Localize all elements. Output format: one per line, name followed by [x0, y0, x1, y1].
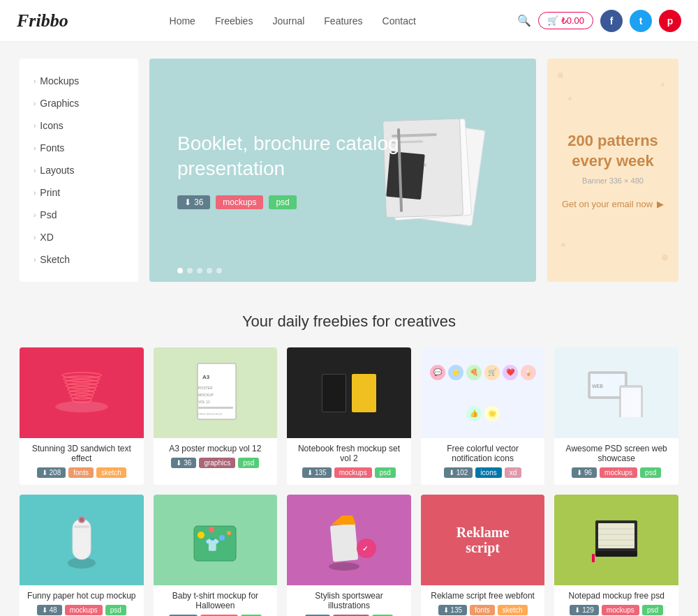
nav-contact[interactable]: Contact	[383, 15, 416, 27]
card-tag[interactable]: psd	[642, 605, 663, 615]
nav-journal[interactable]: Journal	[272, 15, 304, 27]
card-item[interactable]: Funny paper hot cup mockup ⬇ 48 mockupsp…	[20, 495, 144, 616]
card-item[interactable]: 💬 ⭐ 🍕 🛒 ❤️ 🍦 👍 🌟 Free colorful vector no…	[421, 347, 545, 485]
download-count-tag[interactable]: ⬇ 135	[302, 467, 331, 478]
site-logo[interactable]: Fribbo	[17, 10, 68, 31]
ad-title: 200 patterns every week	[558, 131, 667, 171]
svg-rect-42	[330, 524, 358, 562]
svg-rect-48	[598, 523, 634, 548]
hero-tag-psd[interactable]: psd	[269, 195, 296, 209]
sidebar-item-layouts[interactable]: › Layouts	[20, 159, 138, 181]
svg-text:WEB: WEB	[592, 384, 603, 389]
card-title: Free colorful vector notification icons	[428, 444, 538, 463]
svg-rect-47	[595, 551, 637, 557]
card-item[interactable]: Reklame script Reklame script free webfo…	[421, 495, 545, 616]
hero-tags: ⬇ 36 mockups psd	[177, 195, 508, 209]
arrow-icon: ›	[34, 77, 36, 85]
hero-tag-mockups[interactable]: mockups	[216, 195, 263, 209]
card-item[interactable]: WEB Awesome PSD screen web showcase ⬇ 96…	[554, 347, 678, 485]
card-item[interactable]: 👕 Baby t-shirt mockup for Halloween ⬇ 20…	[154, 495, 278, 616]
sidebar-item-mockups[interactable]: › Mockups	[20, 70, 138, 92]
card-body: Funny paper hot cup mockup ⬇ 48 mockupsp…	[20, 585, 144, 616]
hero-content: Booklet, brochure catalog presentation ⬇…	[177, 131, 508, 210]
card-tag[interactable]: psd	[640, 467, 661, 478]
header: Fribbo Home Freebies Journal Features Co…	[0, 0, 698, 42]
card-tag[interactable]: icons	[475, 467, 501, 478]
hero-banner: Booklet, brochure catalog presentation ⬇…	[149, 59, 536, 282]
card-tag[interactable]: fonts	[68, 467, 94, 478]
download-count-tag[interactable]: ⬇ 102	[444, 467, 473, 478]
sidebar-item-psd[interactable]: › Psd	[20, 204, 138, 226]
sidebar-item-print[interactable]: › Print	[20, 181, 138, 204]
card-item[interactable]: Notepad mockup free psd ⬇ 129 mockupspsd	[554, 495, 678, 616]
svg-point-32	[80, 518, 84, 522]
search-button[interactable]: 🔍	[517, 14, 531, 27]
card-tag[interactable]: mockups	[65, 605, 103, 615]
card-item[interactable]: ✓ Stylish sportswear illustrations ⬇ 36 …	[287, 495, 411, 616]
download-count-tag[interactable]: ⬇ 96	[572, 467, 597, 478]
card-image: WEB	[554, 347, 678, 438]
card-tag[interactable]: sketch	[96, 467, 126, 478]
card-image	[554, 495, 678, 585]
card-tag[interactable]: sketch	[498, 605, 528, 615]
dot-5[interactable]	[216, 268, 222, 273]
decor-dot	[662, 255, 668, 261]
dot-1[interactable]	[177, 268, 183, 273]
pinterest-button[interactable]: p	[659, 10, 681, 32]
dot-4[interactable]	[207, 268, 212, 273]
facebook-button[interactable]: f	[600, 10, 623, 32]
card-tag[interactable]: psd	[375, 467, 396, 478]
decor-dot	[661, 83, 664, 87]
svg-rect-53	[592, 554, 595, 562]
card-tag[interactable]: fonts	[470, 605, 495, 615]
sidebar-item-icons[interactable]: › Icons	[20, 114, 138, 137]
card-image	[20, 495, 144, 585]
card-image: 💬 ⭐ 🍕 🛒 ❤️ 🍦 👍 🌟	[421, 347, 545, 438]
ad-meta: Banner 336 × 480	[582, 176, 644, 185]
card-tag[interactable]: mockups	[600, 467, 637, 478]
cart-button[interactable]: 🛒 ₺0.00	[538, 12, 593, 29]
dot-3[interactable]	[197, 268, 202, 273]
sidebar-item-sketch[interactable]: › Sketch	[20, 248, 138, 271]
card-tag[interactable]: xd	[505, 467, 522, 478]
svg-point-37	[198, 532, 205, 539]
arrow-right-icon: ▶	[657, 199, 664, 209]
svg-text:MOCKUP: MOCKUP	[198, 393, 214, 397]
card-item[interactable]: Stunning 3D sandwich text effect ⬇ 208 f…	[20, 347, 144, 485]
sidebar-item-fonts[interactable]: › Fonts	[20, 137, 138, 159]
card-tags: ⬇ 102 iconsxd	[428, 467, 538, 478]
download-count-tag[interactable]: ⬇ 208	[37, 467, 66, 478]
sidebar-item-xd[interactable]: › XD	[20, 226, 138, 248]
card-tags: ⬇ 48 mockupspsd	[27, 605, 137, 615]
arrow-icon: ›	[34, 234, 36, 241]
card-image: A3 POSTER MOCKUP VOL 12 FREE RESOURCE	[154, 347, 278, 438]
download-icon: ⬇	[184, 197, 191, 207]
download-count-tag[interactable]: ⬇ 36	[171, 458, 196, 468]
sidebar-item-graphics[interactable]: › Graphics	[20, 92, 138, 114]
nav-freebies[interactable]: Freebies	[215, 15, 253, 27]
download-count-tag[interactable]: ⬇ 135	[438, 605, 467, 615]
nav-features[interactable]: Features	[324, 15, 362, 27]
card-tag[interactable]: psd	[238, 458, 259, 468]
card-body: Notepad mockup free psd ⬇ 129 mockupspsd	[554, 585, 678, 616]
card-tag[interactable]: mockups	[602, 605, 639, 615]
card-tags: ⬇ 208 fontssketch	[27, 467, 137, 478]
section-title: Your daily freebies for creatives	[20, 313, 678, 331]
dot-2[interactable]	[187, 268, 193, 273]
card-body: Notebook fresh mockup set vol 2 ⬇ 135 mo…	[287, 438, 411, 485]
hero-download-tag[interactable]: ⬇ 36	[177, 195, 210, 209]
ad-cta[interactable]: Get on your email now ▶	[562, 199, 664, 209]
nav-home[interactable]: Home	[170, 15, 195, 27]
card-tag[interactable]: graphics	[199, 458, 235, 468]
download-count-tag[interactable]: ⬇ 48	[37, 605, 62, 615]
card-item[interactable]: A3 POSTER MOCKUP VOL 12 FREE RESOURCE A3…	[154, 347, 278, 485]
download-count-tag[interactable]: ⬇ 129	[570, 605, 598, 615]
arrow-icon: ›	[34, 256, 36, 264]
card-tag[interactable]: psd	[105, 605, 126, 615]
main-nav: Home Freebies Journal Features Contact	[170, 15, 416, 27]
card-item[interactable]: Notebook fresh mockup set vol 2 ⬇ 135 mo…	[287, 347, 411, 485]
twitter-button[interactable]: t	[630, 10, 652, 32]
card-title: A3 poster mockup vol 12	[161, 444, 271, 453]
svg-text:POSTER: POSTER	[198, 386, 213, 390]
card-tag[interactable]: mockups	[334, 467, 372, 478]
